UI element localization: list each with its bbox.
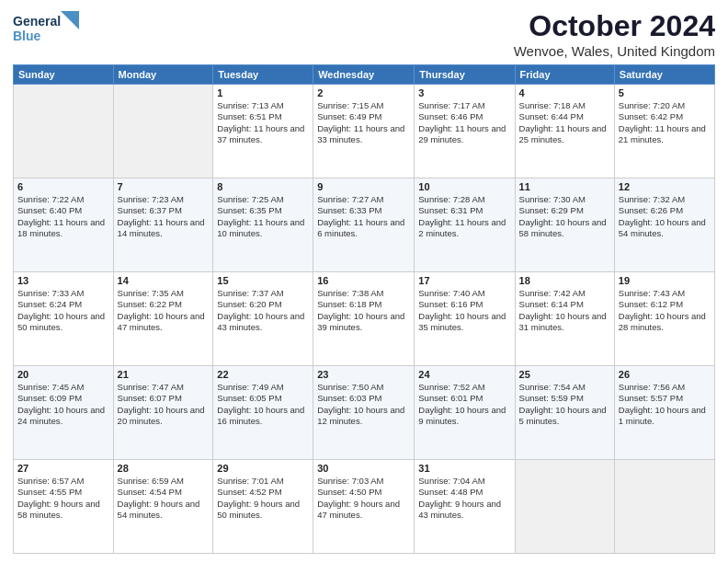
calendar-cell: 18Sunrise: 7:42 AMSunset: 6:14 PMDayligh… (515, 272, 614, 366)
calendar-table: SundayMondayTuesdayWednesdayThursdayFrid… (13, 64, 715, 554)
day-number: 17 (418, 275, 510, 286)
cell-info-line: Daylight: 10 hours and 20 minutes. (118, 405, 210, 428)
cell-info-line: Daylight: 10 hours and 1 minute. (619, 405, 711, 428)
cell-info-line: Sunset: 6:29 PM (519, 205, 610, 216)
day-number: 5 (619, 87, 711, 98)
cell-info-line: Sunset: 5:57 PM (619, 393, 711, 404)
cell-info-line: Sunset: 6:49 PM (317, 111, 410, 122)
cell-info-line: Sunset: 4:52 PM (217, 487, 309, 498)
day-number: 26 (619, 369, 711, 380)
calendar-cell: 17Sunrise: 7:40 AMSunset: 6:16 PMDayligh… (415, 272, 515, 366)
day-number: 3 (418, 87, 510, 98)
week-row-1: 6Sunrise: 7:22 AMSunset: 6:40 PMDaylight… (14, 178, 715, 272)
calendar-cell: 7Sunrise: 7:23 AMSunset: 6:37 PMDaylight… (113, 178, 213, 272)
calendar-cell: 4Sunrise: 7:18 AMSunset: 6:44 PMDaylight… (515, 85, 614, 178)
day-number: 22 (217, 369, 309, 380)
cell-info-line: Sunrise: 7:40 AM (418, 288, 510, 299)
calendar-cell: 28Sunrise: 6:59 AMSunset: 4:54 PMDayligh… (113, 460, 213, 554)
cell-info-line: Daylight: 11 hours and 2 minutes. (418, 217, 510, 240)
calendar-cell (515, 460, 614, 554)
cell-info-line: Sunrise: 7:28 AM (418, 194, 510, 205)
cell-info-line: Sunset: 6:07 PM (118, 393, 210, 404)
cell-info-line: Daylight: 9 hours and 50 minutes. (217, 499, 309, 522)
cell-info-line: Sunset: 6:12 PM (619, 299, 711, 310)
cell-info-line: Sunrise: 7:20 AM (619, 100, 711, 111)
title-block: October 2024 Wenvoe, Wales, United Kingd… (514, 9, 715, 59)
calendar-cell: 29Sunrise: 7:01 AMSunset: 4:52 PMDayligh… (213, 460, 313, 554)
cell-info-line: Sunrise: 7:52 AM (418, 382, 510, 393)
calendar-cell: 27Sunrise: 6:57 AMSunset: 4:55 PMDayligh… (14, 460, 114, 554)
cell-info-line: Daylight: 10 hours and 9 minutes. (418, 405, 510, 428)
calendar-cell: 26Sunrise: 7:56 AMSunset: 5:57 PMDayligh… (614, 366, 714, 460)
day-number: 2 (317, 87, 410, 98)
header-row: SundayMondayTuesdayWednesdayThursdayFrid… (14, 65, 715, 85)
day-number: 31 (418, 463, 510, 474)
calendar-cell: 21Sunrise: 7:47 AMSunset: 6:07 PMDayligh… (113, 366, 213, 460)
day-number: 7 (118, 181, 210, 192)
cell-info-line: Daylight: 11 hours and 37 minutes. (217, 123, 309, 146)
week-row-3: 20Sunrise: 7:45 AMSunset: 6:09 PMDayligh… (14, 366, 715, 460)
page: General Blue October 2024 Wenvoe, Wales,… (0, 0, 728, 563)
day-number: 14 (118, 275, 210, 286)
svg-marker-0 (61, 11, 79, 29)
calendar-cell (113, 85, 213, 178)
header: General Blue October 2024 Wenvoe, Wales,… (13, 9, 715, 59)
cell-info-line: Daylight: 9 hours and 47 minutes. (317, 499, 410, 522)
calendar-cell: 15Sunrise: 7:37 AMSunset: 6:20 PMDayligh… (213, 272, 313, 366)
calendar-cell: 25Sunrise: 7:54 AMSunset: 5:59 PMDayligh… (515, 366, 614, 460)
day-number: 28 (118, 463, 210, 474)
calendar-cell (614, 460, 714, 554)
day-number: 27 (17, 463, 109, 474)
cell-info-line: Sunrise: 7:54 AM (519, 382, 610, 393)
svg-text:Blue: Blue (13, 29, 41, 43)
cell-info-line: Sunrise: 7:37 AM (217, 288, 309, 299)
logo-svg: General Blue (13, 9, 86, 44)
cell-info-line: Sunset: 6:40 PM (17, 205, 109, 216)
cell-info-line: Sunset: 6:18 PM (317, 299, 410, 310)
day-header-saturday: Saturday (614, 65, 714, 85)
cell-info-line: Sunrise: 7:27 AM (317, 194, 410, 205)
cell-info-line: Sunrise: 7:45 AM (17, 382, 109, 393)
day-number: 12 (619, 181, 711, 192)
cell-info-line: Sunset: 6:03 PM (317, 393, 410, 404)
cell-info-line: Daylight: 11 hours and 10 minutes. (217, 217, 309, 240)
cell-info-line: Sunset: 6:20 PM (217, 299, 309, 310)
day-number: 29 (217, 463, 309, 474)
main-title: October 2024 (514, 9, 715, 43)
cell-info-line: Sunrise: 7:50 AM (317, 382, 410, 393)
day-number: 18 (519, 275, 610, 286)
cell-info-line: Daylight: 11 hours and 6 minutes. (317, 217, 410, 240)
day-number: 24 (418, 369, 510, 380)
cell-info-line: Sunrise: 7:42 AM (519, 288, 610, 299)
cell-info-line: Sunset: 5:59 PM (519, 393, 610, 404)
cell-info-line: Sunset: 6:09 PM (17, 393, 109, 404)
week-row-0: 1Sunrise: 7:13 AMSunset: 6:51 PMDaylight… (14, 85, 715, 178)
calendar-cell: 16Sunrise: 7:38 AMSunset: 6:18 PMDayligh… (313, 272, 415, 366)
day-number: 8 (217, 181, 309, 192)
cell-info-line: Sunrise: 7:17 AM (418, 100, 510, 111)
cell-info-line: Daylight: 10 hours and 50 minutes. (17, 311, 109, 334)
day-number: 19 (619, 275, 711, 286)
cell-info-line: Sunset: 4:54 PM (118, 487, 210, 498)
cell-info-line: Daylight: 10 hours and 47 minutes. (118, 311, 210, 334)
calendar-cell: 22Sunrise: 7:49 AMSunset: 6:05 PMDayligh… (213, 366, 313, 460)
cell-info-line: Sunrise: 7:33 AM (17, 288, 109, 299)
cell-info-line: Sunrise: 7:30 AM (519, 194, 610, 205)
cell-info-line: Sunset: 6:31 PM (418, 205, 510, 216)
cell-info-line: Daylight: 11 hours and 29 minutes. (418, 123, 510, 146)
cell-info-line: Sunset: 6:05 PM (217, 393, 309, 404)
day-number: 11 (519, 181, 610, 192)
day-number: 10 (418, 181, 510, 192)
cell-info-line: Sunrise: 7:56 AM (619, 382, 711, 393)
cell-info-line: Daylight: 10 hours and 12 minutes. (317, 405, 410, 428)
cell-info-line: Sunset: 4:55 PM (17, 487, 109, 498)
cell-info-line: Sunrise: 7:15 AM (317, 100, 410, 111)
calendar-cell: 31Sunrise: 7:04 AMSunset: 4:48 PMDayligh… (415, 460, 515, 554)
day-number: 23 (317, 369, 410, 380)
cell-info-line: Sunrise: 7:49 AM (217, 382, 309, 393)
cell-info-line: Sunrise: 7:38 AM (317, 288, 410, 299)
calendar-cell: 5Sunrise: 7:20 AMSunset: 6:42 PMDaylight… (614, 85, 714, 178)
cell-info-line: Daylight: 11 hours and 18 minutes. (17, 217, 109, 240)
day-number: 16 (317, 275, 410, 286)
cell-info-line: Daylight: 10 hours and 31 minutes. (519, 311, 610, 334)
